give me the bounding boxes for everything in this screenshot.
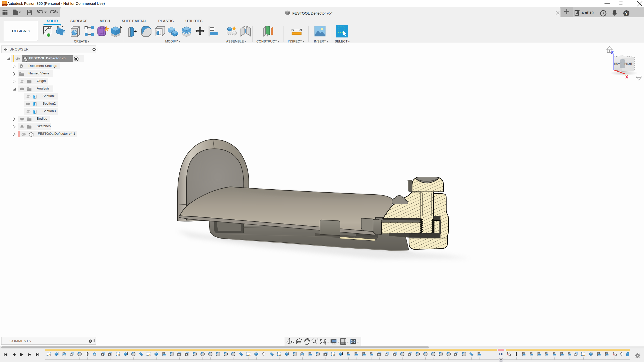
svg-text:4 of 10: 4 of 10 — [582, 11, 594, 15]
svg-text:Z: Z — [611, 50, 614, 55]
svg-text:?: ? — [625, 11, 628, 16]
svg-text:X: X — [625, 75, 628, 79]
svg-text:RIGHT: RIGHT — [624, 62, 632, 65]
svg-text:360: 360 — [4, 5, 6, 6]
